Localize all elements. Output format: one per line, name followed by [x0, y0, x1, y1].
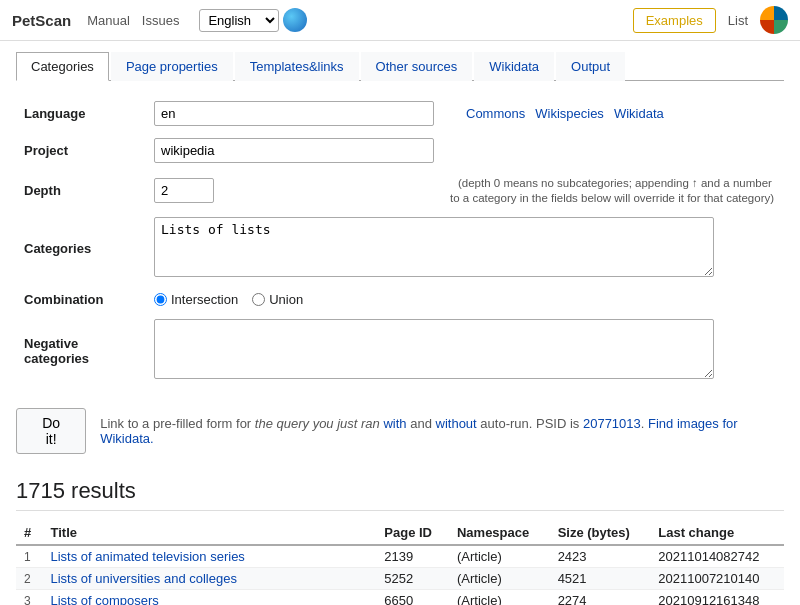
doit-italic: the query you just ran — [255, 416, 380, 431]
row-last-change: 20211014082742 — [650, 545, 784, 568]
doit-button[interactable]: Do it! — [16, 408, 86, 454]
table-row: 1 Lists of animated television series 21… — [16, 545, 784, 568]
row-title: Lists of composers — [42, 590, 376, 606]
categories-textarea[interactable] — [154, 217, 714, 277]
depth-label: Depth — [16, 169, 146, 211]
depth-hint: (depth 0 means no subcategories; appendi… — [450, 177, 774, 204]
project-row: Project — [16, 132, 784, 169]
manual-link[interactable]: Manual — [87, 13, 130, 28]
tab-wikidata[interactable]: Wikidata — [474, 52, 554, 81]
table-row: 2 Lists of universities and colleges 525… — [16, 568, 784, 590]
intersection-option[interactable]: Intersection — [154, 292, 238, 307]
project-label: Project — [16, 132, 146, 169]
language-input[interactable] — [154, 101, 434, 126]
union-option[interactable]: Union — [252, 292, 303, 307]
row-last-change: 20210912161348 — [650, 590, 784, 606]
lang-links-cell: Commons Wikispecies Wikidata — [442, 95, 784, 132]
row-page-id: 2139 — [376, 545, 449, 568]
wikispecies-link[interactable]: Wikispecies — [535, 106, 604, 121]
find-images-link[interactable]: Find images for Wikidata. — [100, 416, 737, 446]
union-label: Union — [269, 292, 303, 307]
negative-categories-textarea[interactable] — [154, 319, 714, 379]
categories-label: Categories — [16, 211, 146, 286]
categories-row: Categories — [16, 211, 784, 286]
depth-input[interactable] — [154, 178, 214, 203]
tabs: Categories Page properties Templates&lin… — [16, 51, 784, 81]
negative-categories-label: Negative categories — [16, 313, 146, 388]
tab-categories[interactable]: Categories — [16, 52, 109, 81]
row-title: Lists of animated television series — [42, 545, 376, 568]
combination-options-cell: Intersection Union — [146, 286, 784, 313]
col-page-id: Page ID — [376, 521, 449, 545]
negative-categories-row: Negative categories — [16, 313, 784, 388]
row-size: 2274 — [550, 590, 651, 606]
row-page-id: 6650 — [376, 590, 449, 606]
row-num: 2 — [16, 568, 42, 590]
row-namespace: (Article) — [449, 590, 550, 606]
categories-input-cell — [146, 211, 784, 286]
header: PetScan Manual Issues English Deutsch Fr… — [0, 0, 800, 41]
depth-hint-cell: (depth 0 means no subcategories; appendi… — [442, 169, 784, 211]
results-table-head: # Title Page ID Namespace Size (bytes) L… — [16, 521, 784, 545]
results-heading: 1715 results — [16, 478, 784, 511]
doit-info: Link to a pre-filled form for the query … — [100, 416, 784, 446]
negative-categories-input-cell — [146, 313, 784, 388]
brand-logo: PetScan — [12, 12, 71, 29]
row-namespace: (Article) — [449, 545, 550, 568]
issues-link[interactable]: Issues — [142, 13, 180, 28]
combination-options: Intersection Union — [154, 292, 776, 307]
row-namespace: (Article) — [449, 568, 550, 590]
language-label: Language — [16, 95, 146, 132]
project-input-cell — [146, 132, 442, 169]
union-radio[interactable] — [252, 293, 265, 306]
without-link[interactable]: without — [436, 416, 477, 431]
form-table: Language Commons Wikispecies Wikidata Pr… — [16, 95, 784, 388]
results-header-row: # Title Page ID Namespace Size (bytes) L… — [16, 521, 784, 545]
tab-templates-links[interactable]: Templates&links — [235, 52, 359, 81]
language-select[interactable]: English Deutsch Français — [199, 9, 279, 32]
depth-input-cell — [146, 169, 442, 211]
row-page-id: 5252 — [376, 568, 449, 590]
col-last-change: Last change — [650, 521, 784, 545]
row-size: 4521 — [550, 568, 651, 590]
main-content: Categories Page properties Templates&lin… — [0, 41, 800, 605]
list-link[interactable]: List — [728, 13, 748, 28]
wikimedia-icon — [760, 6, 788, 34]
tab-page-properties[interactable]: Page properties — [111, 52, 233, 81]
row-num: 1 — [16, 545, 42, 568]
row-last-change: 20211007210140 — [650, 568, 784, 590]
language-selector-wrap: English Deutsch Français — [199, 8, 307, 32]
globe-icon — [283, 8, 307, 32]
row-size: 2423 — [550, 545, 651, 568]
results-table-body: 1 Lists of animated television series 21… — [16, 545, 784, 605]
title-link[interactable]: Lists of universities and colleges — [50, 571, 236, 586]
col-size: Size (bytes) — [550, 521, 651, 545]
row-num: 3 — [16, 590, 42, 606]
tab-output[interactable]: Output — [556, 52, 625, 81]
row-title: Lists of universities and colleges — [42, 568, 376, 590]
tab-other-sources[interactable]: Other sources — [361, 52, 473, 81]
psid-link[interactable]: 20771013 — [583, 416, 641, 431]
col-num: # — [16, 521, 42, 545]
project-input[interactable] — [154, 138, 434, 163]
lang-links: Commons Wikispecies Wikidata — [466, 106, 776, 121]
title-link[interactable]: Lists of animated television series — [50, 549, 244, 564]
language-row: Language Commons Wikispecies Wikidata — [16, 95, 784, 132]
table-row: 3 Lists of composers 6650 (Article) 2274… — [16, 590, 784, 606]
col-namespace: Namespace — [449, 521, 550, 545]
intersection-radio[interactable] — [154, 293, 167, 306]
examples-button[interactable]: Examples — [633, 8, 716, 33]
commons-link[interactable]: Commons — [466, 106, 525, 121]
with-link[interactable]: with — [383, 416, 406, 431]
doit-row: Do it! Link to a pre-filled form for the… — [16, 398, 784, 464]
intersection-label: Intersection — [171, 292, 238, 307]
wikidata-link[interactable]: Wikidata — [614, 106, 664, 121]
col-title: Title — [42, 521, 376, 545]
combination-label: Combination — [16, 286, 146, 313]
language-input-cell — [146, 95, 442, 132]
results-table: # Title Page ID Namespace Size (bytes) L… — [16, 521, 784, 605]
depth-row: Depth (depth 0 means no subcategories; a… — [16, 169, 784, 211]
title-link[interactable]: Lists of composers — [50, 593, 158, 605]
combination-row: Combination Intersection Union — [16, 286, 784, 313]
